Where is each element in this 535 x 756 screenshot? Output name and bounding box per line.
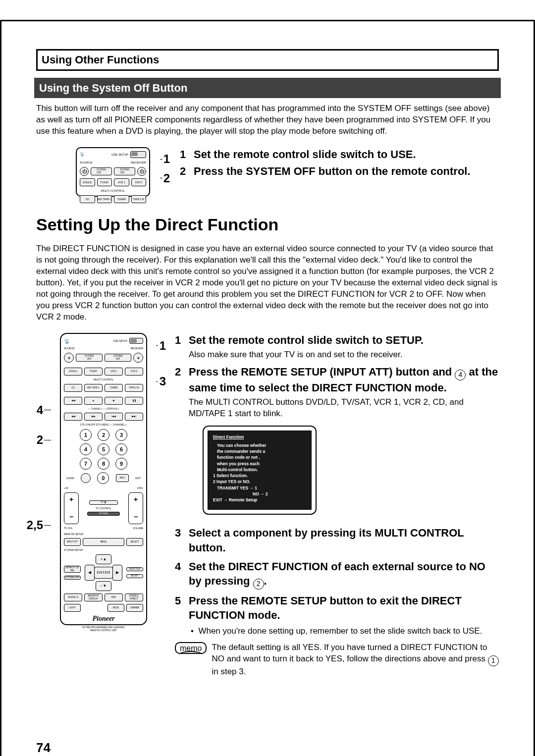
num-0: 0 (97, 472, 109, 484)
btn-dvd: DVD/LD (64, 368, 82, 376)
receiver-power-icon: ⏻ (137, 167, 146, 176)
menu-btn: MENU (83, 538, 124, 546)
btn-tuner: TUNER (105, 384, 123, 392)
tv-title: Direct Function (213, 434, 306, 440)
function-btn: FUNCTION (126, 567, 143, 571)
source-power-icon: ⏻ (64, 353, 74, 363)
slide-switch (129, 338, 143, 344)
mstep1-text: Set the remote control slide switch to S… (189, 334, 424, 346)
receiver-label: RECEIVER (131, 161, 146, 164)
btn-tuner: TUNER (114, 195, 129, 203)
step-1-num: 1 (180, 147, 189, 162)
exit-label: EXIT (135, 477, 141, 480)
top-callouts: 1 2 (160, 147, 170, 186)
brand-sub: AV PRE-PROGRAMMED AND LEARNING REMOTE CO… (64, 626, 143, 632)
num-8: 8 (98, 458, 109, 470)
mstep3-num: 3 (175, 526, 184, 555)
btn-tape2: TAPE 2 M (125, 384, 143, 392)
btn-vcr1: VCR 1 (114, 178, 129, 186)
num-1: 1 (80, 429, 92, 441)
tv-func-btn: TV FUNC (87, 512, 120, 516)
dpad-enter: ENTER (94, 567, 113, 579)
tv-vol-label: TV VOL. (64, 527, 73, 530)
btn-seek-rew: ◀◀ (64, 413, 82, 421)
sys-off-pill: SYSTEMOFF (76, 354, 103, 362)
multi-control-label: MULTI CONTROL (64, 378, 143, 381)
circled-2-icon: 2 (253, 579, 264, 590)
tv-l10: EXIT → Remote Setup (213, 497, 306, 503)
memo-text: The default setting is all YES. If you h… (212, 642, 499, 677)
circled-1-icon: 1 (488, 655, 499, 666)
btn-midnight: MIDNIGHT DISPLAY (84, 594, 103, 601)
disc-label: DISC (137, 486, 143, 490)
circled-4-icon: 4 (455, 370, 466, 380)
top-steps: 1 Set the remote control slide switch to… (180, 147, 499, 180)
guide-btn (81, 473, 91, 483)
volume-rocker: +− (128, 492, 143, 524)
callout-left-25: 2,5 (27, 517, 43, 533)
main-steps: 1 Set the remote control slide switch to… (175, 333, 499, 678)
num-5: 5 (98, 443, 109, 455)
tv-l9: NO → 2 (213, 491, 306, 497)
callout-right-1: 1 (160, 338, 166, 354)
num-9: 9 (115, 458, 127, 470)
guide-label: GUIDE (66, 477, 74, 480)
tv-l7: 2 Input YES or NO. (213, 479, 306, 485)
select-btn: SELECT (126, 538, 143, 546)
slide-label: USE SETUP (113, 339, 127, 343)
btn-signal: SIGNAL S (64, 594, 82, 601)
num-6: 6 (115, 443, 127, 455)
btn-mute: MUTE (107, 604, 124, 612)
tv-l3: function code or not , (213, 454, 306, 460)
btn-vcr2: VCR 2 (131, 178, 147, 186)
tuning-label: — TUNING + — STATION + (64, 407, 143, 411)
num-3: 3 (115, 429, 127, 441)
callout-left-2: 2 (37, 432, 43, 448)
dpad-left-icon: ◀ (85, 565, 95, 581)
left-callouts: 4 2 2,5 (36, 333, 51, 678)
callout-2: 2 (163, 170, 170, 186)
btn-tvsat: TV/SAT (84, 368, 103, 376)
mstep1-sub: Also make sure that your TV is on and se… (189, 349, 499, 361)
btn-vcr1: VCR 1 (105, 368, 123, 376)
dpad-right-icon: ▶ (112, 565, 122, 581)
sys-off-pill-2: SYSTEMOFF (105, 354, 131, 362)
tv-power-btn: TV ⏻ (89, 500, 117, 504)
btn-light: LIGHT (64, 604, 81, 612)
source-label: SOURCE (80, 161, 93, 164)
step-2-num: 2 (180, 164, 189, 179)
page-number: 74 (36, 739, 51, 756)
btn-stop: ■ (84, 397, 103, 405)
intro-paragraph: This button will turn off the receiver a… (36, 103, 499, 137)
dpad: +▲ −▼ ◀ ▶ ENTER (85, 554, 122, 591)
tv-vol-rocker: +− (64, 492, 79, 524)
remote-small-figure: 📡 USE SETUP SOURCE RECEIVER ⏻ SYSTEMOFF … (76, 147, 150, 197)
slide-switch (130, 151, 146, 158)
mstep4-num: 4 (175, 559, 184, 590)
num-7: 7 (80, 458, 92, 470)
transmit-icon: 📡 (80, 152, 85, 158)
brand-logo: Pioneer (64, 614, 143, 624)
dtv-label: DTV ON/OFF DTV MENU — CHANNEL + (64, 423, 143, 427)
num-4: 4 (80, 443, 92, 455)
slide-label: USE SETUP (111, 153, 128, 157)
btn-prev: |◀◀ (105, 413, 123, 421)
mstep3-text: Select a component by pressing its MULTI… (189, 526, 499, 555)
mstep1-num: 1 (175, 333, 184, 361)
mstep5-num: 5 (175, 594, 184, 637)
rf-att-btn: RF ATT (126, 574, 143, 578)
info-btn: INFO (116, 474, 129, 482)
system-off-pill-2: SYSTEMOFF (114, 167, 135, 175)
btn-md: MD/ TAPE 1 (84, 384, 103, 392)
callout-left-4: 4 (37, 402, 43, 418)
right-callouts: 1 3 (156, 333, 166, 678)
page-title: Setting Up the Direct Function (36, 214, 499, 236)
multi-control-label: MULTI CONTROL (80, 189, 146, 193)
mstep4-text: Set the DIRECT FUNCTION of each external… (189, 559, 499, 590)
btn-rew: ◀◀ (64, 397, 82, 405)
btn-pause: ❚❚ (125, 397, 143, 405)
tv-l8: TRANSMIT YES → 1 (213, 485, 306, 491)
receiver-power-icon: ⏻ (133, 353, 143, 363)
source-label: SOURCE (64, 347, 74, 350)
transmit-icon: 📡 (64, 338, 70, 345)
